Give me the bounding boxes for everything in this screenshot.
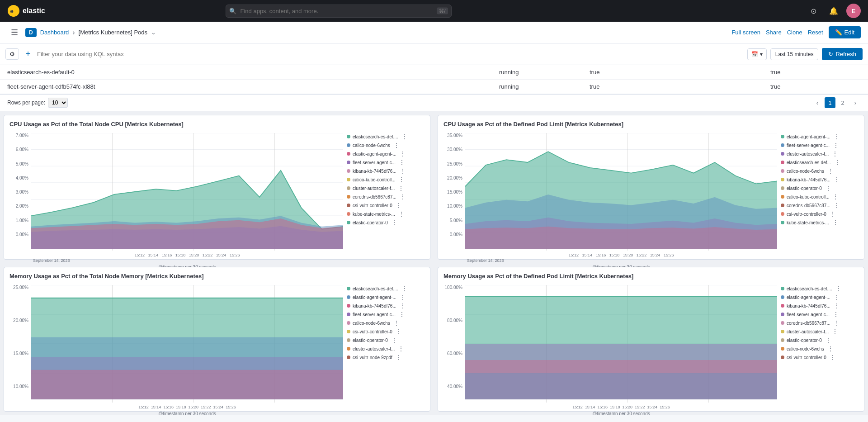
cpu-node-yaxis: 7.00%6.00%5.00%4.00%3.00%2.00%1.00%0.00% [9, 133, 31, 251]
search-shortcut: ⌘/ [437, 8, 448, 14]
full-screen-link[interactable]: Full screen [731, 29, 760, 36]
share-link[interactable]: Share [766, 29, 782, 36]
cpu-pod-yaxis: 35.00%30.00%25.00%20.00%15.00%10.00%5.00… [443, 133, 465, 251]
cpu-node-xaxis: 15:12 15:14 15:16 15:18 15:20 15:22 15:2… [31, 253, 343, 257]
filter-bar-left: ⚙ + [5, 48, 744, 61]
search-icon: 🔍 [229, 8, 236, 14]
filter-bar-right: 📅 ▾ Last 15 minutes ↻ Refresh [747, 48, 863, 60]
breadcrumb-separator: › [72, 28, 75, 37]
breadcrumb-actions: Full screen Share Clone Reset ✏️ Edit [731, 26, 861, 38]
mem-node-xlabel: @timestamp per 30 seconds [31, 411, 343, 415]
cpu-node-chart-title: CPU Usage as Pct of the Total Node CPU [… [9, 121, 425, 128]
cpu-pod-date-label: September 14, 2023 [465, 258, 777, 263]
filter-toggle-button[interactable]: ⚙ [5, 48, 19, 60]
top-navigation: e elastic 🔍 ⌘/ ⊙ 🔔 E [0, 0, 868, 22]
pods-table: elasticsearch-es-default-0 running true … [0, 65, 868, 95]
mem-pod-chart-title: Memory Usage as Pct of the Defined Pod L… [443, 273, 859, 280]
search-input[interactable] [226, 5, 452, 18]
svg-text:e: e [10, 8, 14, 14]
cpu-pod-chart-area: 35.00%30.00%25.00%20.00%15.00%10.00%5.00… [443, 133, 859, 251]
mem-node-chart-panel: Memory Usage as Pct of the Total Node Me… [4, 267, 430, 412]
kql-filter-input[interactable] [37, 51, 744, 57]
mem-pod-legend: elasticsearch-es-def....⋮ elastic-agent-… [777, 285, 859, 403]
pod-col3-cell: true [590, 83, 680, 90]
mem-pod-yaxis: 100.00%80.00%60.00%40.00% [443, 285, 465, 403]
breadcrumb-current-page: [Metrics Kubernetes] Pods [79, 29, 147, 36]
calendar-icon: 📅 [751, 51, 758, 57]
page-2-button[interactable]: 2 [837, 97, 848, 108]
mem-pod-chart-area: 100.00%80.00%60.00%40.00% [443, 285, 859, 403]
page-1-button[interactable]: 1 [825, 97, 835, 108]
pod-name-cell: elasticsearch-es-default-0 [7, 69, 499, 76]
pod-name-cell: fleet-server-agent-cdfb574fc-xl88t [7, 83, 499, 90]
pagination-prev[interactable]: ‹ [812, 97, 823, 108]
dashboard-type-badge: D [25, 28, 37, 37]
svg-point-0 [8, 5, 19, 17]
svg-marker-43 [31, 370, 343, 399]
filter-bar: ⚙ + 📅 ▾ Last 15 minutes ↻ Refresh [0, 43, 868, 65]
cpu-node-chart-panel: CPU Usage as Pct of the Total Node CPU [… [4, 115, 430, 260]
pod-col5-cell: true [770, 83, 861, 90]
hamburger-menu[interactable]: ☰ [7, 25, 22, 40]
cpu-pod-chart-svg-area: 15:12 15:14 15:16 15:18 15:20 15:22 15:2… [465, 133, 777, 251]
breadcrumb-bar: ☰ D Dashboard › [Metrics Kubernetes] Pod… [0, 22, 868, 43]
mem-pod-xaxis: 15:12 15:14 15:16 15:18 15:20 15:22 15:2… [465, 405, 777, 409]
time-picker-button[interactable]: 📅 ▾ [747, 48, 767, 60]
mem-node-xaxis: 15:12 15:14 15:16 15:18 15:20 15:22 15:2… [31, 405, 343, 409]
mem-node-chart-area: 25.00%20.00%15.00%10.00% [9, 285, 425, 403]
cpu-pod-chart-panel: CPU Usage as Pct of the Defined Pod Limi… [438, 115, 864, 260]
elastic-logo[interactable]: e elastic [7, 5, 45, 17]
avatar[interactable]: E [846, 4, 861, 18]
help-icon[interactable]: ⊙ [807, 4, 821, 18]
pod-col5-cell: true [770, 69, 861, 76]
edit-button[interactable]: ✏️ Edit [829, 26, 861, 38]
cpu-node-chart-svg-area: 15:12 15:14 15:16 15:18 15:20 15:22 15:2… [31, 133, 343, 251]
refresh-icon: ↻ [828, 51, 833, 57]
svg-marker-31 [465, 227, 777, 249]
clone-link[interactable]: Clone [787, 29, 802, 36]
rows-per-page-select[interactable]: 10 25 50 [48, 98, 68, 108]
refresh-button[interactable]: ↻ Refresh [822, 48, 863, 60]
mem-pod-chart-svg-area: 15:12 15:14 15:16 15:18 15:20 15:22 15:2… [465, 285, 777, 403]
global-search-bar[interactable]: 🔍 ⌘/ [226, 5, 452, 18]
table-row: elasticsearch-es-default-0 running true … [0, 65, 868, 80]
mem-pod-xlabel: @timestamp per 30 seconds [465, 411, 777, 415]
add-filter-button[interactable]: + [22, 48, 34, 61]
pagination: ‹ 1 2 › [812, 97, 861, 108]
cpu-pod-legend: elastic-agent-agent-...⋮ fleet-server-ag… [777, 133, 859, 251]
time-range-display: Last 15 minutes [770, 48, 819, 60]
cpu-node-legend: elasticsearch-es-def....⋮ calico-node-6w… [343, 133, 425, 251]
svg-marker-55 [465, 373, 777, 399]
table-footer: Rows per page: 10 25 50 ‹ 1 2 › [0, 95, 868, 111]
breadcrumb-dashboard-link[interactable]: Dashboard [40, 29, 69, 36]
cpu-node-date-label: September 14, 2023 [31, 258, 343, 263]
reset-link[interactable]: Reset [808, 29, 823, 36]
pod-status-cell: running [499, 69, 590, 76]
cpu-pod-chart-title: CPU Usage as Pct of the Defined Pod Limi… [443, 121, 859, 128]
rows-per-page-label: Rows per page: [7, 100, 45, 106]
calendar-chevron: ▾ [760, 51, 763, 57]
mem-pod-chart-panel: Memory Usage as Pct of the Defined Pod L… [438, 267, 864, 412]
mem-node-chart-title: Memory Usage as Pct of the Total Node Me… [9, 273, 425, 280]
mem-node-legend: elasticsearch-es-def....⋮ elastic-agent-… [343, 285, 425, 403]
pagination-next[interactable]: › [850, 97, 861, 108]
charts-grid: CPU Usage as Pct of the Total Node CPU [… [0, 111, 868, 415]
cpu-node-chart-area: 7.00%6.00%5.00%4.00%3.00%2.00%1.00%0.00% [9, 133, 425, 251]
pod-status-cell: running [499, 83, 590, 90]
mem-node-chart-svg-area: 15:12 15:14 15:16 15:18 15:20 15:22 15:2… [31, 285, 343, 403]
pod-col3-cell: true [590, 69, 680, 76]
cpu-pod-xaxis: 15:12 15:14 15:16 15:18 15:20 15:22 15:2… [465, 253, 777, 257]
notifications-icon[interactable]: 🔔 [826, 4, 841, 18]
table-row: fleet-server-agent-cdfb574fc-xl88t runni… [0, 80, 868, 94]
pencil-icon: ✏️ [835, 29, 842, 36]
mem-node-yaxis: 25.00%20.00%15.00%10.00% [9, 285, 31, 403]
nav-right-actions: ⊙ 🔔 E [807, 4, 861, 18]
breadcrumb-dropdown-chevron[interactable]: ⌄ [151, 29, 156, 36]
